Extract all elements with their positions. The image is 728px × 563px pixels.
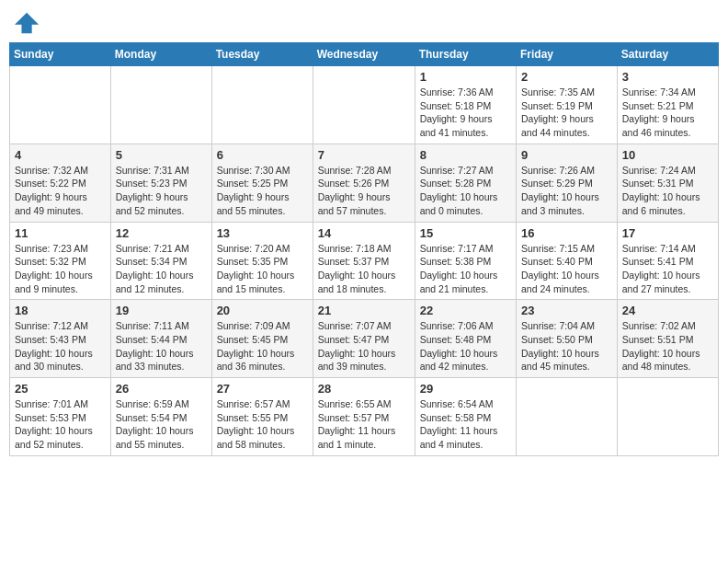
day-info: Sunrise: 6:57 AM Sunset: 5:55 PM Dayligh… bbox=[217, 397, 308, 452]
day-number: 29 bbox=[420, 382, 511, 396]
day-info: Sunrise: 7:15 AM Sunset: 5:40 PM Dayligh… bbox=[521, 242, 612, 296]
week-row-4: 18Sunrise: 7:12 AM Sunset: 5:43 PM Dayli… bbox=[10, 300, 719, 378]
calendar-cell: 12Sunrise: 7:21 AM Sunset: 5:34 PM Dayli… bbox=[110, 222, 211, 300]
day-info: Sunrise: 7:30 AM Sunset: 5:25 PM Dayligh… bbox=[217, 164, 308, 218]
day-info: Sunrise: 7:20 AM Sunset: 5:35 PM Dayligh… bbox=[217, 242, 308, 296]
day-number: 16 bbox=[521, 226, 612, 240]
week-row-5: 25Sunrise: 7:01 AM Sunset: 5:53 PM Dayli… bbox=[10, 378, 719, 456]
calendar-cell: 14Sunrise: 7:18 AM Sunset: 5:37 PM Dayli… bbox=[313, 222, 415, 300]
day-number: 23 bbox=[521, 304, 612, 317]
calendar-cell bbox=[313, 66, 415, 144]
column-header-sunday: Sunday bbox=[10, 43, 111, 66]
day-info: Sunrise: 7:32 AM Sunset: 5:22 PM Dayligh… bbox=[15, 164, 106, 218]
day-number: 3 bbox=[622, 70, 713, 84]
day-number: 28 bbox=[318, 382, 410, 396]
column-header-saturday: Saturday bbox=[617, 43, 718, 66]
day-number: 26 bbox=[116, 382, 207, 396]
calendar-cell: 20Sunrise: 7:09 AM Sunset: 5:45 PM Dayli… bbox=[211, 300, 313, 378]
calendar-cell: 1Sunrise: 7:36 AM Sunset: 5:18 PM Daylig… bbox=[415, 66, 516, 144]
day-info: Sunrise: 6:55 AM Sunset: 5:57 PM Dayligh… bbox=[318, 397, 410, 452]
calendar-cell: 9Sunrise: 7:26 AM Sunset: 5:29 PM Daylig… bbox=[517, 144, 618, 222]
page-header bbox=[9, 9, 719, 35]
day-info: Sunrise: 7:36 AM Sunset: 5:18 PM Dayligh… bbox=[420, 86, 511, 140]
day-number: 12 bbox=[116, 226, 207, 240]
day-info: Sunrise: 7:34 AM Sunset: 5:21 PM Dayligh… bbox=[622, 86, 713, 140]
day-info: Sunrise: 7:11 AM Sunset: 5:44 PM Dayligh… bbox=[116, 319, 207, 373]
svg-marker-0 bbox=[15, 13, 39, 33]
calendar-cell bbox=[517, 378, 618, 456]
day-info: Sunrise: 7:06 AM Sunset: 5:48 PM Dayligh… bbox=[420, 319, 511, 373]
calendar-cell: 18Sunrise: 7:12 AM Sunset: 5:43 PM Dayli… bbox=[10, 300, 111, 378]
day-number: 24 bbox=[622, 304, 713, 317]
day-number: 7 bbox=[318, 148, 410, 162]
calendar-cell: 19Sunrise: 7:11 AM Sunset: 5:44 PM Dayli… bbox=[110, 300, 211, 378]
day-info: Sunrise: 7:26 AM Sunset: 5:29 PM Dayligh… bbox=[521, 164, 612, 218]
calendar-cell bbox=[110, 66, 211, 144]
column-header-wednesday: Wednesday bbox=[313, 43, 415, 66]
calendar-cell: 28Sunrise: 6:55 AM Sunset: 5:57 PM Dayli… bbox=[313, 378, 415, 456]
calendar-cell bbox=[211, 66, 313, 144]
logo bbox=[13, 9, 40, 35]
day-number: 14 bbox=[318, 226, 410, 240]
calendar-cell: 4Sunrise: 7:32 AM Sunset: 5:22 PM Daylig… bbox=[10, 144, 111, 222]
day-info: Sunrise: 7:28 AM Sunset: 5:26 PM Dayligh… bbox=[318, 164, 410, 218]
day-info: Sunrise: 7:27 AM Sunset: 5:28 PM Dayligh… bbox=[420, 164, 511, 218]
day-info: Sunrise: 7:24 AM Sunset: 5:31 PM Dayligh… bbox=[622, 164, 713, 218]
calendar-cell bbox=[617, 378, 718, 456]
day-info: Sunrise: 7:35 AM Sunset: 5:19 PM Dayligh… bbox=[521, 86, 612, 140]
day-info: Sunrise: 6:54 AM Sunset: 5:58 PM Dayligh… bbox=[420, 397, 511, 452]
week-row-2: 4Sunrise: 7:32 AM Sunset: 5:22 PM Daylig… bbox=[10, 144, 719, 222]
day-info: Sunrise: 7:04 AM Sunset: 5:50 PM Dayligh… bbox=[521, 319, 612, 373]
day-info: Sunrise: 7:02 AM Sunset: 5:51 PM Dayligh… bbox=[622, 319, 713, 373]
day-number: 2 bbox=[521, 70, 612, 84]
day-number: 19 bbox=[116, 304, 207, 317]
week-row-1: 1Sunrise: 7:36 AM Sunset: 5:18 PM Daylig… bbox=[10, 66, 719, 144]
calendar-cell: 16Sunrise: 7:15 AM Sunset: 5:40 PM Dayli… bbox=[517, 222, 618, 300]
calendar-cell: 3Sunrise: 7:34 AM Sunset: 5:21 PM Daylig… bbox=[617, 66, 718, 144]
day-number: 22 bbox=[420, 304, 511, 317]
day-info: Sunrise: 7:14 AM Sunset: 5:41 PM Dayligh… bbox=[622, 242, 713, 296]
calendar-cell: 21Sunrise: 7:07 AM Sunset: 5:47 PM Dayli… bbox=[313, 300, 415, 378]
calendar-cell: 8Sunrise: 7:27 AM Sunset: 5:28 PM Daylig… bbox=[415, 144, 516, 222]
day-number: 17 bbox=[622, 226, 713, 240]
calendar-cell: 22Sunrise: 7:06 AM Sunset: 5:48 PM Dayli… bbox=[415, 300, 516, 378]
calendar-header-row: SundayMondayTuesdayWednesdayThursdayFrid… bbox=[10, 43, 719, 66]
calendar-cell: 27Sunrise: 6:57 AM Sunset: 5:55 PM Dayli… bbox=[211, 378, 313, 456]
day-number: 21 bbox=[318, 304, 410, 317]
day-number: 13 bbox=[217, 226, 308, 240]
day-number: 6 bbox=[217, 148, 308, 162]
calendar-cell: 26Sunrise: 6:59 AM Sunset: 5:54 PM Dayli… bbox=[110, 378, 211, 456]
day-info: Sunrise: 7:17 AM Sunset: 5:38 PM Dayligh… bbox=[420, 242, 511, 296]
day-info: Sunrise: 7:07 AM Sunset: 5:47 PM Dayligh… bbox=[318, 319, 410, 373]
column-header-monday: Monday bbox=[110, 43, 211, 66]
column-header-friday: Friday bbox=[517, 43, 618, 66]
day-number: 1 bbox=[420, 70, 511, 84]
day-info: Sunrise: 7:01 AM Sunset: 5:53 PM Dayligh… bbox=[15, 397, 106, 452]
day-info: Sunrise: 6:59 AM Sunset: 5:54 PM Dayligh… bbox=[116, 397, 207, 452]
day-info: Sunrise: 7:31 AM Sunset: 5:23 PM Dayligh… bbox=[116, 164, 207, 218]
calendar-cell: 10Sunrise: 7:24 AM Sunset: 5:31 PM Dayli… bbox=[617, 144, 718, 222]
day-number: 9 bbox=[521, 148, 612, 162]
day-number: 11 bbox=[15, 226, 106, 240]
day-info: Sunrise: 7:09 AM Sunset: 5:45 PM Dayligh… bbox=[217, 319, 308, 373]
day-number: 8 bbox=[420, 148, 511, 162]
day-info: Sunrise: 7:18 AM Sunset: 5:37 PM Dayligh… bbox=[318, 242, 410, 296]
calendar-cell: 25Sunrise: 7:01 AM Sunset: 5:53 PM Dayli… bbox=[10, 378, 111, 456]
day-number: 25 bbox=[15, 382, 106, 396]
calendar-cell: 6Sunrise: 7:30 AM Sunset: 5:25 PM Daylig… bbox=[211, 144, 313, 222]
calendar-cell bbox=[10, 66, 111, 144]
column-header-thursday: Thursday bbox=[415, 43, 516, 66]
day-number: 15 bbox=[420, 226, 511, 240]
day-info: Sunrise: 7:21 AM Sunset: 5:34 PM Dayligh… bbox=[116, 242, 207, 296]
calendar-cell: 17Sunrise: 7:14 AM Sunset: 5:41 PM Dayli… bbox=[617, 222, 718, 300]
day-number: 4 bbox=[15, 148, 106, 162]
day-number: 18 bbox=[15, 304, 106, 317]
calendar-cell: 15Sunrise: 7:17 AM Sunset: 5:38 PM Dayli… bbox=[415, 222, 516, 300]
calendar-cell: 13Sunrise: 7:20 AM Sunset: 5:35 PM Dayli… bbox=[211, 222, 313, 300]
day-number: 20 bbox=[217, 304, 308, 317]
column-header-tuesday: Tuesday bbox=[211, 43, 313, 66]
day-number: 10 bbox=[622, 148, 713, 162]
day-info: Sunrise: 7:12 AM Sunset: 5:43 PM Dayligh… bbox=[15, 319, 106, 373]
calendar-cell: 7Sunrise: 7:28 AM Sunset: 5:26 PM Daylig… bbox=[313, 144, 415, 222]
calendar-cell: 29Sunrise: 6:54 AM Sunset: 5:58 PM Dayli… bbox=[415, 378, 516, 456]
